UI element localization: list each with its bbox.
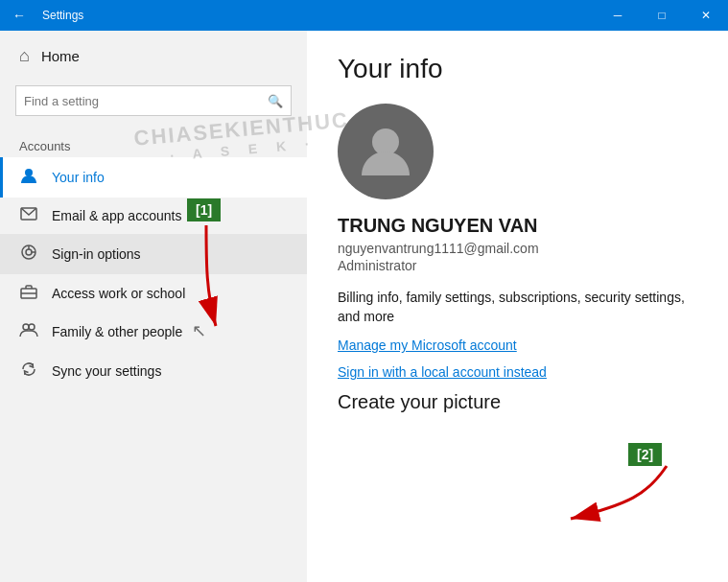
close-icon: ✕ [701, 9, 711, 22]
maximize-icon: □ [658, 9, 665, 22]
sidebar-item-family[interactable]: Family & other people [0, 313, 307, 351]
home-icon: ⌂ [19, 46, 30, 66]
sidebar-item-label-family: Family & other people [52, 324, 182, 339]
close-button[interactable]: ✕ [684, 0, 728, 31]
sidebar-item-sync[interactable]: Sync your settings [0, 351, 307, 391]
back-button[interactable]: ← [0, 0, 38, 31]
sidebar-item-label-your-info: Your info [52, 170, 105, 185]
sidebar-item-email-accounts[interactable]: Email & app accounts [0, 198, 307, 234]
page-title: Your info [338, 54, 697, 84]
sidebar-item-label-work: Access work or school [52, 286, 185, 301]
svg-point-9 [29, 324, 35, 330]
signin-icon [19, 244, 38, 265]
local-account-link[interactable]: Sign in with a local account instead [338, 364, 697, 380]
window-controls: ─ □ ✕ [596, 0, 728, 31]
search-icon: 🔍 [268, 94, 283, 108]
sidebar-item-work-school[interactable]: Access work or school [0, 274, 307, 313]
billing-info-text: Billing info, family settings, subscript… [338, 289, 697, 326]
sidebar-home-item[interactable]: ⌂ Home [0, 31, 307, 81]
sidebar-item-sign-in[interactable]: Sign-in options [0, 234, 307, 274]
content-area: Your info TRUNG NGUYEN VAN nguyenvantrun… [307, 31, 728, 582]
svg-point-0 [25, 169, 33, 176]
minimize-button[interactable]: ─ [596, 0, 640, 31]
create-picture-title: Create your picture [338, 391, 697, 413]
titlebar-title: Settings [38, 9, 596, 22]
titlebar: ← Settings ─ □ ✕ [0, 0, 728, 31]
user-email: nguyenvantrung1111@gmail.com [338, 241, 697, 256]
manage-account-link[interactable]: Manage my Microsoft account [338, 338, 697, 353]
sidebar-item-label-sync: Sync your settings [52, 363, 161, 379]
accounts-section-label: Accounts [0, 131, 307, 157]
svg-point-8 [23, 324, 29, 330]
sidebar-home-label: Home [41, 48, 80, 64]
sidebar-item-label-email: Email & app accounts [52, 208, 181, 223]
minimize-icon: ─ [614, 9, 622, 22]
svg-point-10 [372, 128, 399, 155]
search-box: 🔍 [15, 85, 292, 116]
back-icon: ← [12, 8, 26, 23]
main-layout: ⌂ Home 🔍 Accounts Your info [0, 31, 728, 582]
avatar[interactable] [338, 104, 434, 199]
sidebar-item-label-signin: Sign-in options [52, 246, 141, 262]
maximize-button[interactable]: □ [640, 0, 684, 31]
sidebar: ⌂ Home 🔍 Accounts Your info [0, 31, 307, 582]
sync-icon [19, 361, 38, 382]
user-role: Administrator [338, 258, 697, 273]
user-name: TRUNG NGUYEN VAN [338, 215, 697, 237]
email-icon [19, 207, 38, 224]
family-icon [19, 322, 38, 341]
svg-point-3 [26, 249, 32, 255]
your-info-icon [19, 167, 38, 188]
work-icon [19, 284, 38, 303]
search-input[interactable] [24, 94, 268, 108]
sidebar-item-your-info[interactable]: Your info [0, 157, 307, 198]
